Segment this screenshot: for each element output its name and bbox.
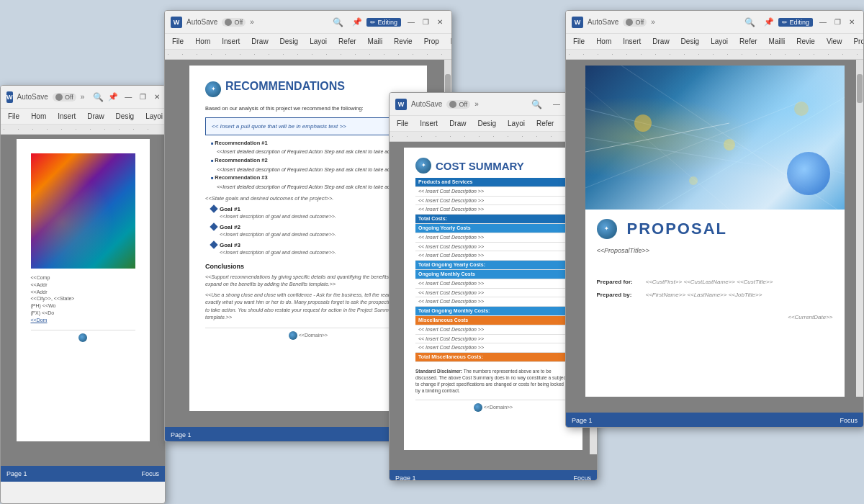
domain-bottom-2: <<Domain>> <box>205 328 411 340</box>
autosave-toggle-4[interactable]: Off <box>623 18 647 27</box>
scroll-thumb-4[interactable] <box>857 74 863 103</box>
table-row-misc-3: << Insert Cost Description >> <box>415 343 571 353</box>
ribbon-tab-home-2[interactable]: Hom <box>192 36 213 47</box>
goal-diamond-2 <box>210 223 217 231</box>
domain-icon-3 <box>474 403 482 412</box>
products-header: Products and Services <box>415 178 571 186</box>
company-placeholder: <<Comp <box>31 274 135 282</box>
toggle-circle-1 <box>55 94 63 101</box>
chevron-1[interactable]: » <box>81 93 85 101</box>
focus-label-1[interactable]: Focus <box>141 470 159 477</box>
pin-icon-4[interactable]: 📌 <box>764 17 774 27</box>
ribbon-tab-layout-2[interactable]: Layoi <box>307 36 330 47</box>
ribbon-tab-review-4[interactable]: Revie <box>793 36 818 47</box>
close-button-2[interactable]: ✕ <box>434 17 446 28</box>
focus-label-4[interactable]: Focus <box>840 417 858 424</box>
ribbon-tab-layout-4[interactable]: Layoi <box>708 36 731 47</box>
total-costs-label: Total Costs: <box>415 215 571 224</box>
rec-2-label: Recommendation #2 <box>211 157 411 165</box>
ribbon-tab-view-4[interactable]: View <box>824 36 845 47</box>
doc-page-3: COST SUMMARY Products and Services << In… <box>404 148 582 450</box>
scrollbar-4[interactable] <box>856 60 863 397</box>
ps-row-1: << Insert Cost Description >> <box>415 186 571 196</box>
domain-bottom-1 <box>31 330 135 342</box>
ribbon-tab-home-4[interactable]: Hom <box>593 36 614 47</box>
autosave-toggle-2[interactable]: Off <box>222 18 246 27</box>
ribbon-tab-insert-3[interactable]: Insert <box>417 118 441 129</box>
ribbon-tab-home-1[interactable]: Hom <box>28 111 49 122</box>
chevron-4[interactable]: » <box>651 18 655 26</box>
domain-icon-2 <box>289 331 297 340</box>
goal-2-text: <<Insert description of goal and desired… <box>220 231 336 238</box>
minimize-button-4[interactable]: — <box>817 17 829 28</box>
ribbon-tab-design-3[interactable]: Desig <box>474 118 499 129</box>
goal-2-label: Goal #2 <box>220 223 336 231</box>
ribbon-tab-insert-1[interactable]: Insert <box>55 111 78 122</box>
ribbon-tab-file-4[interactable]: File <box>570 36 588 47</box>
conclusions-1-2: <<Support recommendations by giving spec… <box>205 274 411 289</box>
editing-label-2: Editing <box>377 19 397 26</box>
restore-button-2[interactable]: ❐ <box>420 17 431 28</box>
ribbon-tab-prop-4[interactable]: Prop <box>850 36 864 47</box>
ribbon-tab-design-4[interactable]: Desig <box>678 36 703 47</box>
chevron-2[interactable]: » <box>250 18 254 26</box>
doc-heading-2: RECOMMENDATIONS <box>225 78 345 94</box>
ribbon-tab-review-2[interactable]: Revie <box>391 36 415 47</box>
yearly-header: Ongoing Yearly Costs <box>415 223 571 233</box>
ribbon-tab-insert-4[interactable]: Insert <box>620 36 644 47</box>
doc-heading-row-3: COST SUMMARY <box>415 158 571 174</box>
autosave-toggle-1[interactable]: Off <box>53 93 76 102</box>
ribbon-tab-draw-2[interactable]: Draw <box>248 36 271 47</box>
search-icon-3[interactable]: 🔍 <box>526 97 546 112</box>
chevron-3[interactable]: » <box>474 100 479 108</box>
pencil-icon-4: ✏ <box>782 19 788 26</box>
focus-label-3[interactable]: Focus <box>573 474 591 481</box>
ribbon-tab-layout-1[interactable]: Layoi <box>143 111 166 122</box>
pin-icon-1[interactable]: 📌 <box>108 92 118 102</box>
ribbon-tab-design-1[interactable]: Desig <box>113 111 138 122</box>
yr-row-2: << Insert Cost Description >> <box>415 242 571 251</box>
ribbon-tab-file-1[interactable]: File <box>5 111 22 122</box>
ribbon-tab-layout-3[interactable]: Layoi <box>505 118 528 129</box>
status-bar-3: Page 1 Focus <box>390 470 597 481</box>
table-row-misc-header: Miscellaneous Costs <box>415 315 571 325</box>
domain-icon-1 <box>78 333 87 342</box>
minimize-button-1[interactable]: — <box>122 91 134 103</box>
doc-intro-2: Based on our analysis of this project we… <box>205 104 411 112</box>
autosave-state-4: Off <box>635 19 644 26</box>
minimize-button-3[interactable]: — <box>551 99 562 110</box>
ribbon-tab-file-2[interactable]: File <box>169 36 186 47</box>
ribbon-tab-design-2[interactable]: Desig <box>277 36 302 47</box>
ribbon-tab-prop-2[interactable]: Prop <box>421 36 442 47</box>
pull-quote-2: << Insert a pull quote that will be in e… <box>205 117 411 135</box>
ribbon-tab-insert-2[interactable]: Insert <box>219 36 243 47</box>
status-bar-4: Page 1 Focus <box>566 413 863 428</box>
autosave-toggle-3[interactable]: Off <box>446 100 470 109</box>
search-icon-1[interactable]: 🔍 <box>93 90 104 104</box>
restore-button-4[interactable]: ❐ <box>832 17 843 28</box>
proposal-date: <<CurrentDate>> <box>597 313 833 321</box>
ribbon-tab-draw-4[interactable]: Draw <box>649 36 672 47</box>
ribbon-tab-refer-3[interactable]: Refer <box>534 118 557 129</box>
ribbon-tab-draw-1[interactable]: Draw <box>84 111 107 122</box>
ribbon-tab-help-2[interactable]: Help <box>448 36 452 47</box>
ribbon-tab-draw-3[interactable]: Draw <box>446 118 469 129</box>
close-button-4[interactable]: ✕ <box>846 17 858 28</box>
search-icon-2[interactable]: 🔍 <box>328 15 348 30</box>
ribbon-tab-file-3[interactable]: File <box>394 118 411 129</box>
ps-row-2: << Insert Cost Description >> <box>415 196 571 205</box>
doc-heading-row-2: RECOMMENDATIONS <box>205 78 411 100</box>
ribbon-tab-refer-4[interactable]: Refer <box>737 36 760 47</box>
search-icon-4[interactable]: 🔍 <box>739 15 760 30</box>
autosave-state-2: Off <box>234 19 243 26</box>
restore-button-1[interactable]: ❐ <box>137 91 148 103</box>
table-row-mo-3: << Insert Cost Description >> <box>415 297 571 307</box>
autosave-label-1: AutoSave <box>17 93 48 101</box>
goal-1: Goal #1 <<Insert description of goal and… <box>211 205 411 220</box>
pin-icon-2[interactable]: 📌 <box>352 17 362 27</box>
close-button-1[interactable]: ✕ <box>151 91 163 103</box>
ribbon-tab-refer-2[interactable]: Refer <box>336 36 359 47</box>
minimize-button-2[interactable]: — <box>405 17 417 28</box>
ribbon-tab-mail-2[interactable]: Maili <box>365 36 386 47</box>
ribbon-tab-mail-4[interactable]: Mailli <box>766 36 788 47</box>
